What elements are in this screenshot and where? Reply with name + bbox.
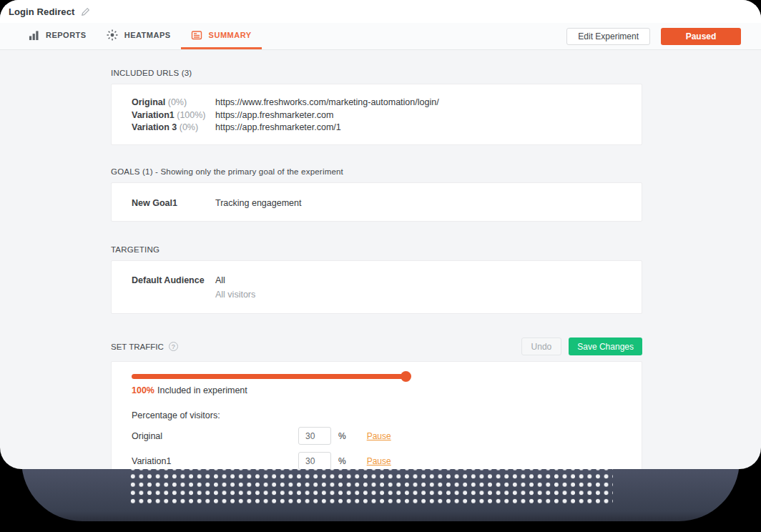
title-bar: Login Redirect [0, 0, 761, 23]
audience-value: All [215, 275, 255, 287]
traffic-slider[interactable] [132, 374, 408, 379]
goal-row: New Goal1 Tracking engagement [132, 197, 627, 210]
tab-reports[interactable]: REPORTS [19, 23, 97, 49]
tab-summary[interactable]: SUMMARY [181, 23, 262, 49]
percent-sign: % [338, 431, 346, 441]
traffic-row: Original % Pause [132, 426, 627, 445]
variant-name: Variation1 [132, 110, 175, 120]
traffic-row: Variation1 % Pause [132, 451, 627, 469]
edit-experiment-button[interactable]: Edit Experiment [566, 28, 650, 45]
audience-row: Default Audience All All visitors [132, 275, 627, 301]
audience-name: Default Audience [132, 275, 215, 301]
help-icon[interactable]: ? [169, 342, 178, 351]
goal-name: New Goal1 [132, 197, 215, 210]
summary-document-icon [191, 29, 202, 41]
dot-pattern [129, 464, 613, 506]
set-traffic-title: SET TRAFFIC [111, 343, 164, 351]
heatmap-sun-icon [107, 29, 118, 41]
tab-heatmaps-label: HEATMAPS [124, 31, 171, 39]
set-traffic-card: 100%Included in experiment Percentage of… [111, 361, 642, 469]
pause-link[interactable]: Pause [367, 456, 391, 466]
page-background: Login Redirect REPORTS HEATMAPS [0, 0, 761, 532]
set-traffic-header-row: SET TRAFFIC ? Undo Save Changes [111, 314, 642, 355]
variant-percent: (0%) [180, 122, 198, 132]
variant-url: https://app.freshmarketer.com/1 [215, 122, 627, 134]
included-urls-card: Original (0%) https://www.freshworks.com… [111, 84, 642, 145]
pause-link[interactable]: Pause [367, 431, 391, 441]
slider-handle[interactable] [401, 371, 411, 382]
goals-header: GOALS (1) - Showing only the primary goa… [111, 145, 642, 176]
tab-actions: Edit Experiment Paused [566, 23, 741, 49]
variant-name: Original [132, 97, 165, 107]
targeting-header: TARGETING [111, 222, 642, 254]
visitors-label: Percentage of visitors: [132, 410, 627, 420]
main-content: INCLUDED URLS (3) Original (0%) https://… [111, 50, 642, 469]
save-changes-button[interactable]: Save Changes [569, 338, 642, 355]
experiment-title: Login Redirect [9, 6, 74, 17]
traffic-percent: 100% [132, 385, 154, 395]
variant-percent: (100%) [177, 110, 205, 120]
url-row: Variation 3 (0%) https://app.freshmarket… [132, 122, 627, 134]
tab-bar: REPORTS HEATMAPS SUMMARY Edit Experiment [0, 23, 761, 50]
paused-status-button[interactable]: Paused [661, 28, 741, 45]
variant-url: https://www.freshworks.com/marketing-aut… [215, 97, 627, 109]
tab-summary-label: SUMMARY [209, 31, 252, 39]
tabs: REPORTS HEATMAPS SUMMARY [19, 23, 262, 49]
app-window: Login Redirect REPORTS HEATMAPS [0, 0, 761, 469]
tab-reports-label: REPORTS [46, 31, 87, 39]
traffic-variant-name: Original [132, 431, 298, 441]
traffic-percent-label: Included in experiment [157, 385, 247, 395]
audience-subvalue: All visitors [215, 289, 255, 302]
targeting-card: Default Audience All All visitors [111, 260, 642, 314]
url-row: Variation1 (100%) https://app.freshmarke… [132, 109, 627, 122]
variant-percent: (0%) [168, 97, 187, 107]
variant-name: Variation 3 [132, 122, 177, 132]
slider-caption: 100%Included in experiment [132, 385, 627, 395]
goal-type: Tracking engagement [215, 197, 301, 210]
url-row: Original (0%) https://www.freshworks.com… [132, 97, 627, 109]
undo-button[interactable]: Undo [521, 338, 562, 355]
edit-title-pencil-icon[interactable] [81, 7, 90, 16]
percent-sign: % [338, 456, 346, 466]
traffic-variant-name: Variation1 [132, 456, 298, 466]
included-urls-header: INCLUDED URLS (3) [111, 50, 642, 77]
traffic-percent-input[interactable] [298, 427, 331, 445]
variant-url: https://app.freshmarketer.com [215, 109, 627, 122]
bar-chart-icon [29, 30, 39, 41]
tab-heatmaps[interactable]: HEATMAPS [97, 23, 181, 49]
traffic-percent-input[interactable] [298, 452, 331, 469]
goals-card: New Goal1 Tracking engagement [111, 182, 642, 222]
